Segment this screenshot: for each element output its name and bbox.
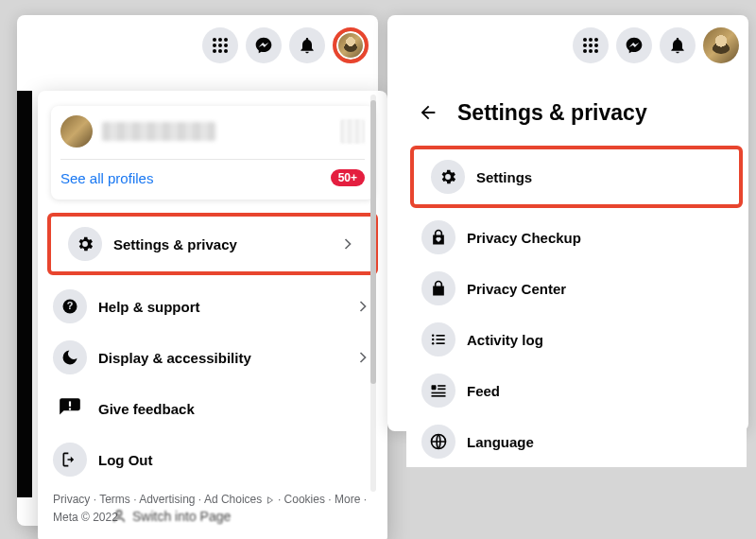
moon-icon [53, 340, 87, 374]
lock-icon [421, 271, 455, 305]
gear-icon [68, 227, 102, 261]
divider [60, 159, 365, 160]
svg-rect-31 [438, 389, 445, 391]
menu-settings[interactable]: Settings [416, 151, 737, 202]
svg-point-19 [594, 43, 598, 47]
menu-item-label: Language [467, 434, 731, 450]
switch-icon [112, 509, 127, 524]
svg-text:?: ? [67, 300, 74, 311]
svg-point-22 [594, 49, 598, 53]
profile-card[interactable]: See all profiles 50+ [51, 106, 374, 200]
account-avatar-button[interactable] [703, 27, 739, 63]
svg-rect-27 [437, 339, 445, 340]
menu-give-feedback[interactable]: Give feedback [38, 383, 387, 434]
footer-link-cookies[interactable]: Cookies [284, 493, 325, 506]
settings-privacy-title: Settings & privacy [457, 100, 647, 126]
grid-icon [211, 36, 230, 55]
ad-choices-icon [266, 496, 275, 505]
svg-point-6 [213, 49, 216, 53]
svg-rect-11 [69, 401, 71, 406]
settings-privacy-panel: Settings & privacy Settings Privacy Chec… [387, 15, 748, 431]
svg-rect-28 [437, 342, 445, 344]
messenger-icon [254, 36, 273, 55]
messenger-icon [625, 36, 644, 55]
menu-privacy-center[interactable]: Privacy Center [406, 263, 747, 314]
svg-rect-26 [437, 335, 445, 337]
svg-point-14 [583, 38, 587, 42]
see-all-profiles-row[interactable]: See all profiles 50+ [60, 169, 365, 186]
chevron-right-icon [353, 348, 372, 367]
footer-link-more[interactable]: More [335, 493, 360, 506]
apps-button[interactable] [573, 27, 609, 63]
highlight-settings: Settings [410, 146, 743, 208]
scrollbar[interactable] [370, 95, 376, 492]
logout-icon [53, 443, 87, 477]
page-thumb [340, 119, 365, 144]
bell-icon [668, 36, 687, 55]
back-button[interactable] [412, 96, 444, 129]
profile-avatar [60, 115, 93, 148]
footer-link-ad-choices[interactable]: Ad Choices [204, 493, 262, 506]
menu-item-label: Give feedback [98, 401, 372, 417]
top-nav-icons [387, 15, 748, 72]
svg-rect-33 [432, 395, 446, 397]
menu-help-support[interactable]: ? Help & support [38, 281, 387, 332]
svg-point-3 [213, 43, 216, 47]
menu-item-label: Feed [467, 383, 731, 399]
menu-item-label: Privacy Center [467, 281, 731, 297]
svg-point-21 [589, 49, 593, 53]
grid-icon [581, 36, 600, 55]
notifications-button[interactable] [289, 27, 325, 63]
messenger-button[interactable] [616, 27, 652, 63]
menu-item-label: Display & accessibility [98, 350, 342, 366]
switch-into-page-label: Switch into Page [132, 509, 231, 524]
chevron-right-icon [353, 297, 372, 316]
svg-rect-29 [432, 385, 437, 390]
svg-point-2 [224, 38, 228, 42]
notifications-button[interactable] [660, 27, 696, 63]
svg-point-18 [589, 43, 593, 47]
help-icon: ? [53, 289, 87, 323]
svg-point-20 [583, 49, 587, 53]
footer-meta: Meta © 2022 [53, 511, 118, 524]
highlight-settings-privacy: Settings & privacy [47, 213, 378, 275]
profile-name [102, 122, 215, 141]
menu-item-label: Activity log [467, 332, 731, 348]
svg-point-15 [589, 38, 593, 42]
menu-language[interactable]: Language [406, 416, 747, 467]
svg-rect-32 [432, 392, 446, 394]
footer-link-advertising[interactable]: Advertising [139, 493, 195, 506]
menu-settings-privacy[interactable]: Settings & privacy [53, 218, 372, 270]
settings-privacy-dropdown: Settings & privacy Settings Privacy Chec… [406, 91, 747, 467]
svg-point-16 [594, 38, 598, 42]
footer-link-terms[interactable]: Terms [99, 493, 130, 506]
menu-privacy-checkup[interactable]: Privacy Checkup [406, 212, 747, 263]
menu-activity-log[interactable]: Activity log [406, 314, 747, 365]
menu-item-label: Privacy Checkup [467, 230, 731, 246]
apps-button[interactable] [202, 27, 238, 63]
list-icon [421, 322, 455, 356]
arrow-left-icon [418, 102, 438, 123]
account-avatar-button[interactable] [333, 27, 369, 63]
menu-display-accessibility[interactable]: Display & accessibility [38, 332, 387, 383]
menu-feed[interactable]: Feed [406, 365, 747, 416]
menu-item-label: Settings [476, 169, 722, 185]
menu-item-label: Log Out [98, 452, 372, 468]
lock-heart-icon [421, 220, 455, 254]
account-dropdown: See all profiles 50+ Settings & privacy … [38, 91, 387, 539]
svg-point-13 [116, 511, 121, 515]
see-all-profiles-link[interactable]: See all profiles [60, 170, 153, 186]
svg-point-17 [583, 43, 587, 47]
menu-log-out[interactable]: Log Out [38, 434, 387, 485]
svg-point-1 [218, 38, 222, 42]
profile-row [60, 115, 365, 148]
svg-point-24 [432, 339, 435, 341]
svg-point-7 [218, 49, 222, 53]
menu-item-label: Settings & privacy [113, 236, 327, 252]
switch-into-page[interactable]: Switch into Page [112, 509, 231, 524]
feedback-icon [53, 391, 87, 426]
messenger-button[interactable] [246, 27, 282, 63]
svg-point-0 [213, 38, 216, 42]
svg-rect-12 [69, 408, 71, 409]
footer-link-privacy[interactable]: Privacy [53, 493, 90, 506]
